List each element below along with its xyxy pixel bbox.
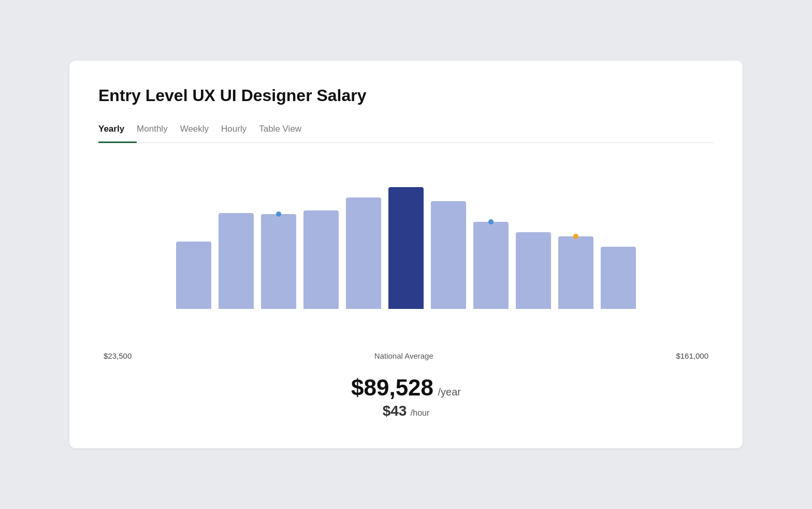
page-title: Entry Level UX UI Designer Salary: [98, 86, 714, 105]
dot-orange-9: [573, 234, 578, 239]
salary-chart: [98, 164, 714, 340]
tab-yearly[interactable]: Yearly: [98, 124, 137, 143]
bar-3: [303, 210, 339, 309]
bar-rect-2: [261, 214, 296, 309]
bar-4: [346, 197, 381, 309]
tabs-nav: Yearly Monthly Weekly Hourly Table View: [98, 124, 714, 143]
bar-5: [388, 187, 424, 309]
salary-card: Entry Level UX UI Designer Salary Yearly…: [69, 61, 743, 448]
bar-0: [176, 242, 211, 309]
hourly-stat-row: $43 /hour: [98, 403, 714, 419]
chart-label-max: $161,000: [676, 351, 708, 360]
bar-rect-10: [601, 247, 636, 309]
yearly-value: $89,528: [351, 375, 433, 400]
tab-monthly[interactable]: Monthly: [137, 124, 180, 143]
bar-2: [261, 214, 296, 309]
dot-blue-2: [276, 211, 281, 217]
chart-label-min: $23,500: [104, 351, 132, 360]
chart-label-center: National Average: [374, 351, 433, 360]
bar-rect-0: [176, 242, 211, 309]
bar-rect-5: [388, 187, 424, 309]
bar-rect-6: [431, 201, 466, 309]
bar-rect-4: [346, 197, 381, 309]
bar-8: [516, 232, 551, 309]
bar-7: [473, 222, 509, 309]
tab-hourly[interactable]: Hourly: [221, 124, 259, 143]
hourly-value: $43: [383, 403, 407, 419]
yearly-stat-row: $89,528 /year: [98, 375, 714, 401]
bar-rect-9: [558, 236, 593, 309]
bar-9: [558, 236, 593, 309]
tab-weekly[interactable]: Weekly: [180, 124, 221, 143]
tab-tableview[interactable]: Table View: [259, 124, 314, 143]
salary-stats: $89,528 /year $43 /hour: [98, 375, 714, 419]
bar-10: [601, 247, 636, 309]
chart-axis-labels: $23,500 National Average $161,000: [98, 346, 714, 360]
yearly-unit: /year: [438, 386, 461, 398]
bars-container: [98, 164, 714, 309]
bar-1: [219, 213, 254, 309]
bar-rect-7: [473, 222, 509, 309]
hourly-unit: /hour: [411, 408, 429, 417]
bar-6: [431, 201, 466, 309]
bar-rect-1: [219, 213, 254, 309]
dot-blue-7: [488, 219, 494, 224]
bar-rect-3: [303, 210, 339, 309]
bar-rect-8: [516, 232, 551, 309]
